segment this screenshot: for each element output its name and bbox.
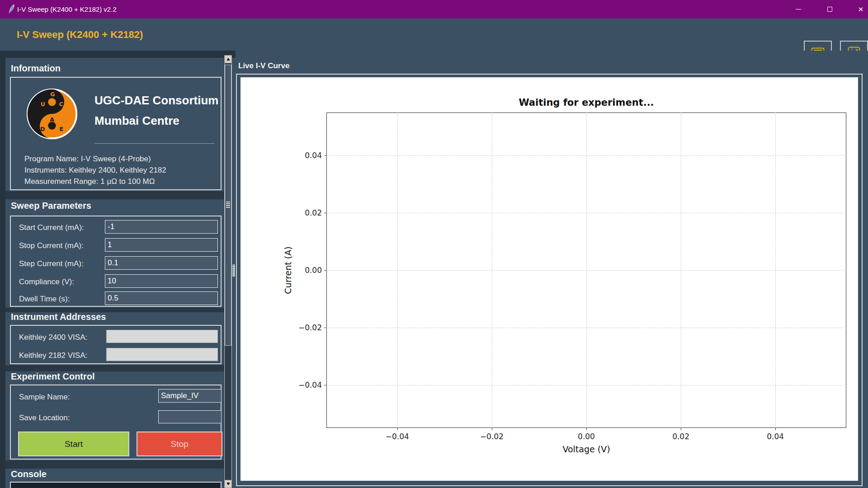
section-title-live-iv-curve: Live I-V Curve (238, 61, 289, 70)
x-tickmark (397, 428, 398, 430)
divider (94, 143, 214, 144)
scrollbar-down-button[interactable] (224, 480, 232, 488)
maximize-button[interactable] (819, 0, 840, 19)
close-icon: ✕ (858, 6, 864, 13)
sweep-parameters-box: Start Current (mA): Stop Current (mA): S… (10, 216, 222, 307)
section-title-experiment-control: Experiment Control (11, 371, 95, 382)
k2182-visa-combobox[interactable] (106, 348, 218, 361)
x-tick-label: −0.02 (474, 432, 510, 441)
org-name-line1: UGC-DAE Consortium (94, 94, 218, 108)
y-tickmark (324, 213, 326, 213)
instrument-addresses-box: Keithley 2400 VISA: Keithley 2182 VISA: (10, 325, 222, 364)
section-title-console: Console (11, 469, 47, 479)
x-tick-label: 0.00 (568, 432, 604, 441)
divider (5, 365, 224, 371)
y-tickmark (324, 385, 326, 385)
y-tick-label: 0.04 (290, 151, 322, 160)
y-gridline (326, 270, 846, 271)
chart-title: Waiting for experiment... (326, 97, 846, 108)
x-tickmark (586, 428, 587, 430)
start-button[interactable]: Start (18, 432, 129, 456)
y-gridline (326, 385, 846, 385)
svg-text:A: A (50, 116, 54, 123)
app-feather-icon (8, 4, 15, 16)
section-title-information: Information (11, 63, 61, 74)
step-current-label: Step Current (mA): (19, 259, 84, 268)
x-tickmark (775, 428, 776, 430)
x-tickmark (681, 428, 681, 430)
window-titlebar[interactable]: I-V Sweep (K2400 + K2182) v2.2 ✕ (0, 0, 868, 19)
stop-current-label: Stop Current (mA): (19, 241, 84, 250)
start-current-input[interactable] (105, 220, 218, 234)
information-box: G U C A D E UGC-DAE Consortium Mumbai Ce… (10, 77, 222, 190)
x-axis-label: Voltage (V) (326, 444, 846, 454)
arrow-down-icon (226, 483, 230, 485)
x-tick-label: 0.04 (757, 432, 793, 441)
svg-text:E: E (59, 126, 63, 132)
close-button[interactable]: ✕ (850, 0, 868, 19)
range-line: Measurement Range: 1 μΩ to 100 MΩ (24, 177, 155, 186)
dwell-time-input[interactable] (105, 291, 218, 305)
section-title-instrument-addresses: Instrument Addresses (11, 312, 106, 322)
ugc-dae-logo: G U C A D E (25, 88, 79, 142)
stop-button[interactable]: Stop (137, 432, 222, 456)
start-current-label: Start Current (mA): (19, 223, 84, 232)
maximize-icon (827, 7, 832, 12)
y-tick-label: −0.02 (290, 323, 322, 332)
k2400-visa-label: Keithley 2400 VISA: (19, 333, 87, 342)
x-tick-label: −0.04 (379, 432, 415, 441)
figure: Waiting for experiment... Voltage (V) Cu… (241, 77, 858, 481)
divider (5, 191, 224, 199)
minimize-button[interactable] (788, 0, 809, 19)
org-name-line2: Mumbai Centre (94, 114, 179, 128)
y-tickmark (324, 328, 326, 328)
arrow-up-icon (226, 58, 230, 61)
program-name-line: Program Name: I-V Sweep (4-Probe) (24, 155, 151, 164)
y-gridline (326, 328, 846, 328)
sample-name-label: Sample Name: (19, 393, 70, 402)
save-location-label: Save Location: (19, 413, 70, 422)
svg-text:U: U (41, 101, 45, 108)
save-location-input[interactable] (158, 410, 222, 423)
sample-name-input[interactable] (158, 389, 222, 403)
compliance-input[interactable] (105, 274, 218, 288)
app-title: I-V Sweep (K2400 + K2182) (17, 19, 143, 51)
step-current-input[interactable] (105, 256, 218, 270)
y-tick-label: 0.02 (290, 208, 322, 217)
y-tick-label: 0.00 (290, 266, 322, 275)
y-gridline (326, 155, 846, 156)
svg-text:C: C (59, 101, 63, 108)
y-gridline (326, 213, 846, 213)
compliance-label: Compliance (V): (19, 277, 74, 286)
y-tick-label: −0.04 (290, 380, 322, 389)
x-tickmark (492, 428, 492, 430)
dwell-time-label: Dwell Time (s): (19, 295, 70, 304)
k2182-visa-label: Keithley 2182 VISA: (19, 351, 87, 360)
scrollbar-up-button[interactable] (224, 55, 232, 63)
svg-text:D: D (40, 126, 45, 132)
console-output[interactable] (10, 482, 222, 488)
minimize-icon (796, 9, 801, 9)
pane-divider-grip[interactable] (232, 264, 235, 277)
k2400-visa-combobox[interactable] (106, 330, 218, 343)
section-title-sweep-parameters: Sweep Parameters (11, 201, 91, 211)
x-tick-label: 0.02 (663, 432, 699, 441)
y-tickmark (324, 155, 326, 156)
svg-text:G: G (50, 91, 55, 98)
divider (5, 460, 224, 469)
stop-current-input[interactable] (105, 238, 218, 252)
app-header: I-V Sweep (K2400 + K2182) (0, 19, 868, 51)
window-title: I-V Sweep (K2400 + K2182) v2.2 (17, 0, 117, 19)
scrollbar-grip (226, 202, 230, 208)
instruments-line: Instruments: Keithley 2400, Keithley 218… (24, 166, 166, 175)
y-tickmark (324, 270, 326, 271)
